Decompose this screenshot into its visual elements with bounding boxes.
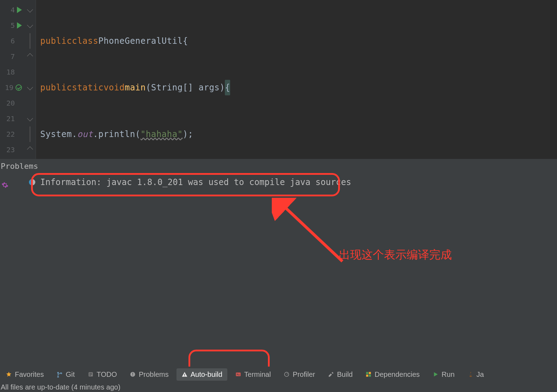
gutter-line[interactable]: 5 [0,18,24,33]
problems-panel: Problems Information: javac 1.8.0_201 wa… [0,159,557,367]
toolwindow-label: Git [66,370,75,379]
run-test-icon[interactable] [16,84,22,91]
compile-info-row[interactable]: Information: javac 1.8.0_201 was used to… [29,177,351,187]
info-label: Information: [40,177,101,187]
profiler-icon [283,371,290,378]
gutter-line[interactable]: 20 [0,95,24,111]
gutter-line[interactable]: 21 [0,111,24,126]
toolwindow-git[interactable]: Git [52,368,80,381]
line-number: 4 [6,6,15,14]
run-icon[interactable] [17,22,22,29]
fold-handle-icon[interactable] [27,115,33,121]
gutter-line[interactable]: 22 [0,126,24,142]
dependencies-icon [365,371,372,378]
fold-handle-icon[interactable] [27,84,33,90]
star-icon [6,371,12,378]
gutter-line[interactable]: 23 [0,142,24,158]
problems-icon [130,371,136,378]
toolwindow-label: Ja [477,370,484,379]
toolwindow-run[interactable]: Run [427,368,460,381]
problems-sidebar [0,175,10,189]
gutter-line[interactable]: 18 [0,64,24,80]
info-text: javac 1.8.0_201 was used to compile java… [106,177,351,187]
toolwindow-favorites[interactable]: Favorites [1,368,49,381]
terminal-icon [235,371,241,378]
toolwindow-label: Favorites [15,370,44,379]
toolwindow-label: Build [337,370,353,379]
line-number: 21 [6,114,15,123]
toolwindow-autobuild[interactable]: Auto-build [176,368,227,381]
svg-rect-7 [236,373,241,376]
line-number: 20 [6,99,15,107]
svg-rect-4 [132,375,133,376]
svg-rect-9 [366,372,368,374]
fold-handle-icon[interactable] [27,53,33,59]
editor-gutter: 4 5 6 7 18 19 20 21 [0,0,24,159]
svg-rect-10 [369,372,371,374]
line-number: 7 [6,52,15,61]
toolwindow-profiler[interactable]: Profiler [278,368,320,381]
problems-panel-title[interactable]: Problems [0,162,38,171]
gear-icon[interactable] [1,182,8,189]
info-icon [29,179,35,185]
code-line[interactable]: public class PhoneGeneralUtil { [40,33,557,49]
line-number: 5 [6,21,15,30]
annotation-text: 出现这个表示编译完成 [339,247,452,263]
play-icon [432,371,439,378]
gutter-line[interactable]: 4 [0,2,24,18]
fold-handle-icon[interactable] [27,147,33,153]
status-bar: All files are up-to-date (4 minutes ago) [0,382,557,392]
run-icon[interactable] [17,7,22,13]
toolwindow-label: TODO [97,370,117,379]
code-editor[interactable]: 4 5 6 7 18 19 20 21 [0,0,557,159]
code-line[interactable]: System.out.println("hahaha"); [40,126,557,142]
gutter-line[interactable]: 7 [0,49,24,64]
toolwindow-build[interactable]: Build [323,368,358,381]
toolwindow-todo[interactable]: TODO [83,368,122,381]
hammer-icon [328,371,334,378]
tool-window-bar: Favorites Git TODO Problems Auto-build T… [0,367,557,382]
fold-strip [24,0,36,159]
toolwindow-java[interactable]: Ja [462,368,484,381]
line-number: 23 [6,145,15,154]
toolwindow-dependencies[interactable]: Dependencies [360,368,425,381]
git-branch-icon [56,371,63,378]
fold-guide [30,126,30,142]
toolwindow-terminal[interactable]: Terminal [230,368,276,381]
fold-handle-icon[interactable] [27,7,33,13]
svg-rect-12 [369,375,371,377]
java-icon [467,371,474,378]
warning-icon [181,371,188,378]
toolwindow-problems[interactable]: Problems [125,368,173,381]
svg-rect-3 [132,373,133,375]
code-area[interactable]: public class PhoneGeneralUtil { public s… [36,0,557,159]
fold-handle-icon[interactable] [27,22,33,28]
line-number: 22 [6,130,15,138]
svg-rect-5 [184,374,185,376]
toolwindow-label: Run [442,370,455,379]
code-line[interactable]: public static void main(String[] args) { [40,80,557,95]
todo-icon [88,371,94,378]
status-text: All files are up-to-date (4 minutes ago) [1,383,120,391]
toolwindow-label: Problems [139,370,168,379]
toolwindow-label: Profiler [293,370,315,379]
gutter-line[interactable]: 19 [0,80,24,95]
line-number: 6 [6,37,15,45]
toolwindow-label: Auto-build [191,370,222,379]
svg-rect-11 [366,375,368,377]
line-number: 18 [6,68,15,76]
svg-rect-6 [184,376,185,376]
fold-guide [30,33,30,49]
toolwindow-label: Dependencies [375,370,420,379]
line-number: 19 [4,83,13,92]
gutter-line[interactable]: 6 [0,33,24,49]
toolwindow-label: Terminal [244,370,271,379]
